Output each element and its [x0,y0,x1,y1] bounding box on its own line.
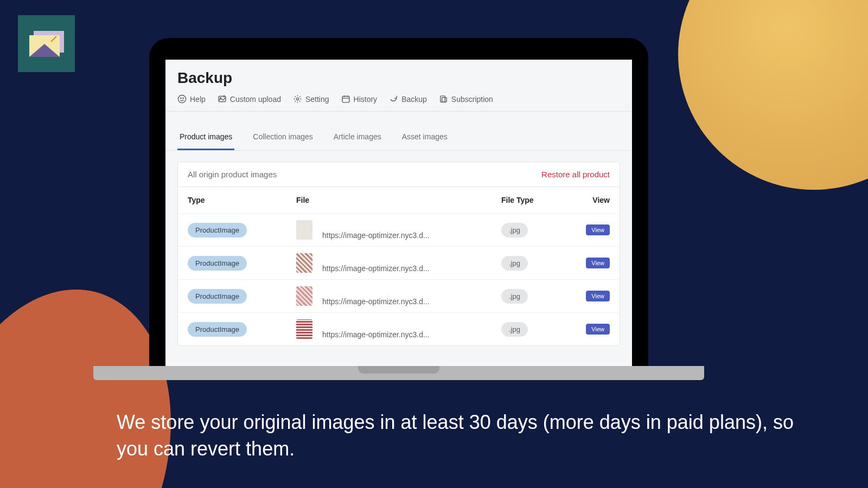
nav-bar: Help Custom upload Setting [165,94,632,112]
nav-label: Setting [305,95,329,104]
file-url: https://image-optimizer.nyc3.d... [322,231,430,240]
refresh-icon [389,94,398,104]
col-header-file: File [296,196,501,204]
nav-custom-upload[interactable]: Custom upload [218,94,281,104]
filetype-badge: .jpg [501,289,528,304]
file-url: https://image-optimizer.nyc3.d... [322,330,430,339]
upload-icon [218,94,227,104]
app-screen: Backup Help Custom upload [165,60,632,366]
svg-rect-8 [442,98,446,102]
nav-label: Help [190,95,206,104]
tab-product-images[interactable]: Product images [177,127,234,150]
filetype-badge: .jpg [501,256,528,271]
panel-title: All origin product images [188,170,277,179]
help-icon [177,94,187,104]
tab-article-images[interactable]: Article images [331,127,384,150]
view-button[interactable]: View [586,291,610,301]
nav-label: Custom upload [230,95,281,104]
nav-label: History [354,95,378,104]
svg-point-1 [181,98,181,98]
table-row: ProductImage https://image-optimizer.nyc… [178,213,620,246]
thumbnail-icon [296,319,312,339]
col-header-filetype: File Type [501,196,577,204]
page-title: Backup [165,69,632,94]
svg-point-0 [178,95,186,102]
subscription-icon [439,94,448,104]
panel-header: All origin product images Restore all pr… [178,162,620,187]
svg-rect-6 [342,97,349,102]
gear-icon [293,94,302,104]
calendar-icon [341,94,350,104]
images-panel: All origin product images Restore all pr… [177,162,620,346]
type-badge: ProductImage [188,289,247,304]
tab-collection-images[interactable]: Collection images [251,127,315,150]
svg-point-5 [296,98,298,100]
thumbnail-icon [296,220,312,240]
marketing-caption: We store your original images in at leas… [117,409,803,462]
nav-backup[interactable]: Backup [389,94,427,104]
table-header: Type File File Type View [178,187,620,213]
restore-all-link[interactable]: Restore all product [541,170,610,179]
type-badge: ProductImage [188,256,247,271]
col-header-type: Type [188,196,296,204]
table-row: ProductImage https://image-optimizer.nyc… [178,312,620,345]
table-row: ProductImage https://image-optimizer.nyc… [178,246,620,279]
file-url: https://image-optimizer.nyc3.d... [322,264,430,273]
decorative-shape-yellow [678,0,868,190]
app-logo-icon [18,15,75,72]
view-button[interactable]: View [586,224,610,235]
file-url: https://image-optimizer.nyc3.d... [322,297,430,306]
nav-history[interactable]: History [341,94,378,104]
tab-asset-images[interactable]: Asset images [400,127,450,150]
view-button[interactable]: View [586,258,610,268]
nav-label: Subscription [451,95,493,104]
thumbnail-icon [296,253,312,273]
laptop-base [93,366,704,380]
svg-point-2 [183,98,183,98]
view-button[interactable]: View [586,324,610,335]
tabs: Product images Collection images Article… [165,127,632,151]
col-header-view: View [577,196,610,204]
svg-rect-7 [441,96,445,102]
filetype-badge: .jpg [501,223,528,237]
nav-help[interactable]: Help [177,94,206,104]
type-badge: ProductImage [188,223,247,237]
thumbnail-icon [296,286,312,306]
laptop-mockup: Backup Help Custom upload [149,38,648,380]
nav-subscription[interactable]: Subscription [439,94,493,104]
filetype-badge: .jpg [501,322,528,337]
table-row: ProductImage https://image-optimizer.nyc… [178,279,620,312]
type-badge: ProductImage [188,322,247,337]
nav-label: Backup [401,95,427,104]
nav-setting[interactable]: Setting [293,94,329,104]
